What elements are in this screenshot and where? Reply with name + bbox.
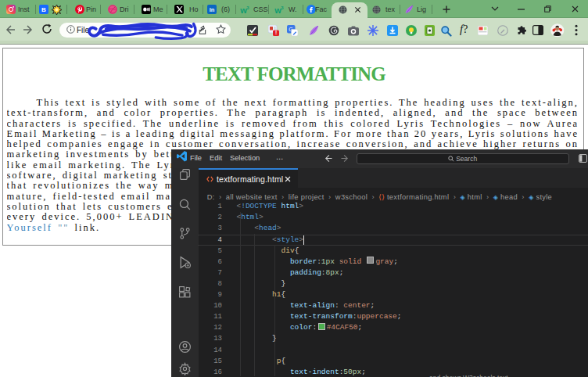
svg-text:3: 3: [281, 5, 284, 10]
svg-text:B: B: [41, 6, 46, 13]
svg-text:3: 3: [246, 5, 249, 10]
svg-text:in: in: [209, 6, 214, 13]
svg-text:!: !: [275, 30, 277, 35]
